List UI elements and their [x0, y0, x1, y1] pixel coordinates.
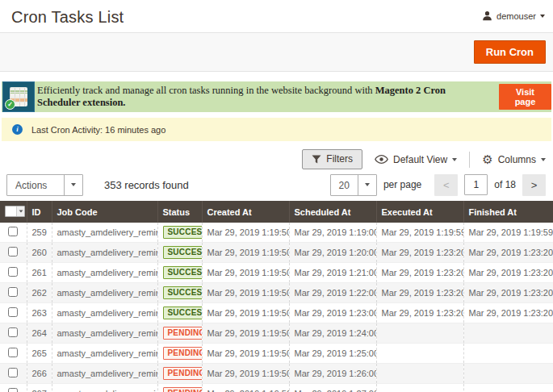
filters-label: Filters — [326, 153, 353, 165]
select-all-checkbox[interactable] — [5, 206, 25, 217]
cell-scheduled-at: Mar 29, 2019 1:26:00 PM — [289, 364, 376, 384]
row-checkbox[interactable] — [8, 368, 18, 377]
cell-status: PENDING — [157, 384, 202, 392]
column-header-finished-at[interactable]: Finished At — [463, 201, 553, 223]
cell-id: 259 — [27, 223, 52, 243]
row-checkbox[interactable] — [8, 227, 18, 236]
status-badge: PENDING — [163, 327, 203, 340]
default-view-menu[interactable]: Default View — [375, 154, 457, 165]
column-header-status[interactable]: Status — [157, 201, 202, 223]
table-row: 259 amasty_amdelivery_reminder SUCCESS M… — [0, 223, 553, 243]
cell-id: 265 — [27, 344, 52, 364]
cell-id: 267 — [27, 384, 52, 392]
cell-status: SUCCESS — [157, 243, 202, 263]
cell-executed-at — [376, 323, 463, 344]
table-row: 261 amasty_amdelivery_reminder SUCCESS M… — [0, 263, 553, 283]
promo-text: Efficiently track and manage all cron ta… — [37, 85, 491, 109]
cell-id: 261 — [27, 263, 52, 283]
cell-id: 266 — [27, 364, 52, 384]
cell-scheduled-at: Mar 29, 2019 1:27:00 PM — [289, 384, 376, 392]
table-header-row: ID Job Code Status Created At Scheduled … — [0, 201, 553, 223]
default-view-label: Default View — [393, 154, 447, 165]
chevron-down-icon — [71, 183, 76, 186]
filter-icon — [312, 155, 321, 164]
cell-id: 262 — [27, 283, 52, 303]
row-checkbox-cell — [0, 223, 27, 243]
select-all-dropdown[interactable] — [16, 206, 24, 216]
visit-page-button[interactable]: Visit page — [499, 84, 551, 110]
status-badge: PENDING — [163, 387, 203, 392]
cell-id: 264 — [27, 323, 52, 344]
chevron-down-icon — [452, 158, 457, 161]
per-page-select[interactable]: 20 — [330, 174, 377, 196]
row-checkbox-cell — [0, 283, 27, 303]
row-checkbox-cell — [0, 384, 27, 392]
info-icon: i — [12, 124, 23, 135]
gear-icon: ⚙ — [482, 153, 492, 165]
column-header-created-at[interactable]: Created At — [202, 201, 289, 223]
row-checkbox[interactable] — [8, 287, 18, 297]
chevron-down-icon — [19, 210, 23, 212]
current-page-input[interactable] — [464, 174, 488, 195]
cell-created-at: Mar 29, 2019 1:19:50 PM — [202, 283, 289, 303]
table-row: 262 amasty_amdelivery_reminder SUCCESS M… — [0, 283, 553, 303]
checkbox-box[interactable] — [6, 206, 16, 216]
cell-id: 263 — [27, 303, 52, 323]
row-checkbox[interactable] — [8, 247, 18, 256]
chevron-down-icon — [541, 158, 546, 161]
per-page-select-arrow — [358, 175, 376, 195]
column-header-id[interactable]: ID — [27, 201, 52, 223]
per-page-value: 20 — [331, 175, 358, 195]
filters-button[interactable]: Filters — [302, 149, 362, 169]
next-page-button[interactable]: > — [522, 174, 546, 196]
row-checkbox[interactable] — [8, 348, 18, 357]
columns-menu[interactable]: ⚙ Columns — [482, 153, 546, 165]
row-checkbox[interactable] — [8, 388, 18, 392]
per-page-label: per page — [383, 179, 421, 190]
user-menu[interactable]: demouser — [482, 10, 545, 21]
status-badge: SUCCESS — [163, 226, 203, 239]
cell-status: SUCCESS — [157, 283, 202, 303]
total-pages-text: of 18 — [494, 179, 516, 190]
table-row: 266 amasty_amdelivery_reminder PENDING M… — [0, 364, 553, 384]
cell-job-code: amasty_amdelivery_reminder — [52, 303, 157, 323]
select-all-header[interactable] — [0, 201, 27, 223]
column-header-scheduled-at[interactable]: Scheduled At — [289, 201, 376, 223]
grid-controls: Filters Default View ⚙ Columns — [0, 141, 553, 169]
previous-page-button[interactable]: < — [434, 174, 458, 196]
actions-select-arrow — [64, 175, 82, 195]
row-checkbox-cell — [0, 243, 27, 263]
page-header: Cron Tasks List demouser — [0, 0, 553, 32]
row-checkbox-cell — [0, 344, 27, 364]
table-row: 264 amasty_amdelivery_reminder PENDING M… — [0, 323, 553, 344]
run-cron-button[interactable]: Run Cron — [474, 40, 546, 64]
cell-created-at: Mar 29, 2019 1:19:50 PM — [202, 303, 289, 323]
row-checkbox[interactable] — [8, 267, 18, 277]
cell-scheduled-at: Mar 29, 2019 1:21:00 PM — [289, 263, 376, 283]
cell-scheduled-at: Mar 29, 2019 1:25:00 PM — [289, 344, 376, 364]
row-checkbox[interactable] — [8, 327, 18, 337]
check-icon: ✓ — [5, 99, 15, 110]
cell-executed-at — [376, 364, 463, 384]
user-name: demouser — [496, 11, 536, 21]
cell-created-at: Mar 29, 2019 1:19:50 PM — [202, 263, 289, 283]
cron-tasks-table: ID Job Code Status Created At Scheduled … — [0, 201, 553, 392]
cell-job-code: amasty_amdelivery_reminder — [52, 384, 157, 392]
columns-label: Columns — [498, 154, 536, 165]
row-checkbox[interactable] — [8, 307, 18, 317]
cell-status: PENDING — [157, 364, 202, 384]
promo-banner-body: Efficiently track and manage all cron ta… — [2, 84, 551, 110]
cell-executed-at — [376, 384, 463, 392]
table-row: 260 amasty_amdelivery_reminder SUCCESS M… — [0, 243, 553, 263]
cell-job-code: amasty_amdelivery_reminder — [52, 323, 157, 344]
status-badge: SUCCESS — [163, 307, 203, 319]
column-header-job-code[interactable]: Job Code — [52, 201, 157, 223]
actions-row: Actions 353 records found 20 per page < … — [0, 169, 553, 196]
status-badge: PENDING — [163, 347, 203, 360]
actions-select[interactable]: Actions — [6, 174, 83, 196]
column-header-executed-at[interactable]: Executed At — [376, 201, 463, 223]
cell-scheduled-at: Mar 29, 2019 1:20:00 PM — [289, 243, 376, 263]
row-checkbox-cell — [0, 323, 27, 344]
cell-job-code: amasty_amdelivery_reminder — [52, 344, 157, 364]
cron-scheduler-logo: ✓ — [2, 81, 35, 112]
